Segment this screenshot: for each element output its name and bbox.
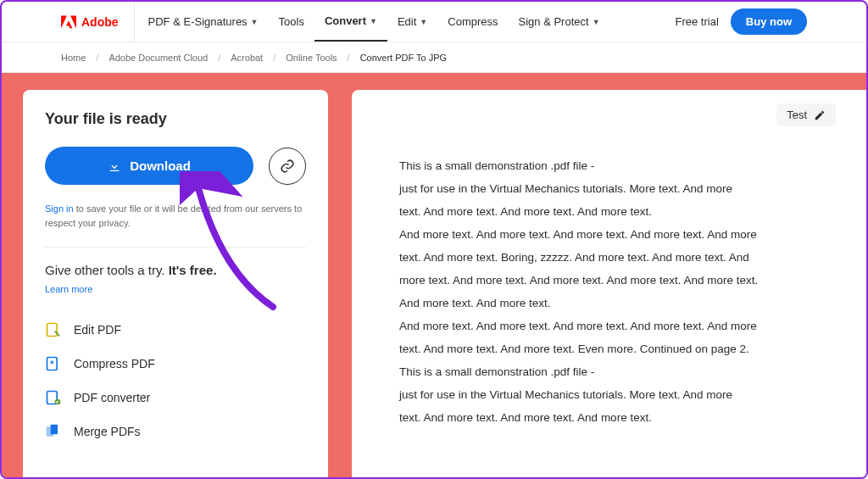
signin-note: Sign in to save your file or it will be … — [45, 202, 306, 230]
tool-label: Edit PDF — [74, 323, 121, 337]
pencil-icon — [814, 109, 826, 121]
crumb-current: Convert PDF To JPG — [360, 53, 448, 63]
nav-compress[interactable]: Compress — [437, 2, 508, 42]
brand[interactable]: Adobe — [61, 2, 135, 42]
tool-label: PDF converter — [74, 391, 150, 404]
preview-panel: Test This is a small demonstration .pdf … — [352, 90, 866, 477]
free-trial-link[interactable]: Free trial — [676, 15, 719, 28]
try-tools-heading: Give other tools a try. It's free. — [45, 263, 306, 277]
crumb-home[interactable]: Home — [61, 53, 86, 63]
tool-pdf-converter[interactable]: PDF converter — [45, 381, 306, 415]
download-button[interactable]: Download — [45, 147, 253, 185]
crumb-online-tools[interactable]: Online Tools — [286, 53, 337, 63]
crumb-acrobat[interactable]: Acrobat — [231, 53, 263, 63]
adobe-logo-icon — [61, 14, 76, 30]
link-icon — [280, 159, 295, 174]
filename-text: Test — [787, 109, 807, 121]
svg-rect-6 — [51, 425, 58, 435]
panel-title: Your file is ready — [45, 110, 306, 128]
filename-pill[interactable]: Test — [776, 103, 836, 126]
compress-pdf-icon — [45, 355, 62, 372]
chevron-down-icon: ▼ — [420, 18, 427, 26]
chevron-down-icon: ▼ — [593, 18, 600, 26]
tool-compress-pdf[interactable]: Compress PDF — [45, 347, 306, 381]
tool-edit-pdf[interactable]: Edit PDF — [45, 313, 306, 347]
merge-pdf-icon — [45, 423, 62, 440]
pdf-converter-icon — [45, 389, 62, 406]
svg-rect-2 — [47, 358, 58, 370]
edit-pdf-icon — [45, 321, 62, 338]
chevron-down-icon: ▼ — [251, 18, 259, 26]
download-row: Download — [45, 147, 306, 185]
tool-label: Compress PDF — [74, 357, 155, 370]
divider — [45, 247, 306, 248]
learn-more-link[interactable]: Learn more — [45, 284, 306, 294]
chevron-down-icon: ▼ — [370, 17, 377, 25]
nav-right: Free trial Buy now — [676, 8, 807, 35]
nav-convert[interactable]: Convert▼ — [314, 2, 387, 42]
nav-tools[interactable]: Tools — [269, 2, 314, 42]
share-link-button[interactable] — [269, 148, 306, 185]
brand-name: Adobe — [81, 15, 119, 29]
nav-sign-protect[interactable]: Sign & Protect▼ — [509, 2, 610, 42]
nav: PDF & E-Signatures▼ Tools Convert▼ Edit▼… — [138, 2, 610, 42]
breadcrumb: Home/ Adobe Document Cloud/ Acrobat/ Onl… — [2, 42, 866, 73]
svg-point-1 — [58, 335, 60, 337]
download-icon — [108, 159, 121, 173]
signin-link[interactable]: Sign in — [45, 203, 74, 214]
nav-pdf-esign[interactable]: PDF & E-Signatures▼ — [138, 2, 269, 42]
nav-edit[interactable]: Edit▼ — [387, 2, 437, 42]
topbar: Adobe PDF & E-Signatures▼ Tools Convert▼… — [2, 2, 866, 42]
document-preview: This is a small demonstration .pdf file … — [399, 154, 819, 429]
buy-now-button[interactable]: Buy now — [731, 8, 807, 35]
crumb-doc-cloud[interactable]: Adobe Document Cloud — [108, 53, 208, 63]
svg-rect-0 — [47, 324, 58, 337]
tool-merge-pdfs[interactable]: Merge PDFs — [45, 415, 306, 448]
tool-label: Merge PDFs — [74, 425, 141, 438]
stage: Your file is ready Download Sign in to s… — [2, 73, 866, 477]
left-panel: Your file is ready Download Sign in to s… — [23, 90, 328, 477]
